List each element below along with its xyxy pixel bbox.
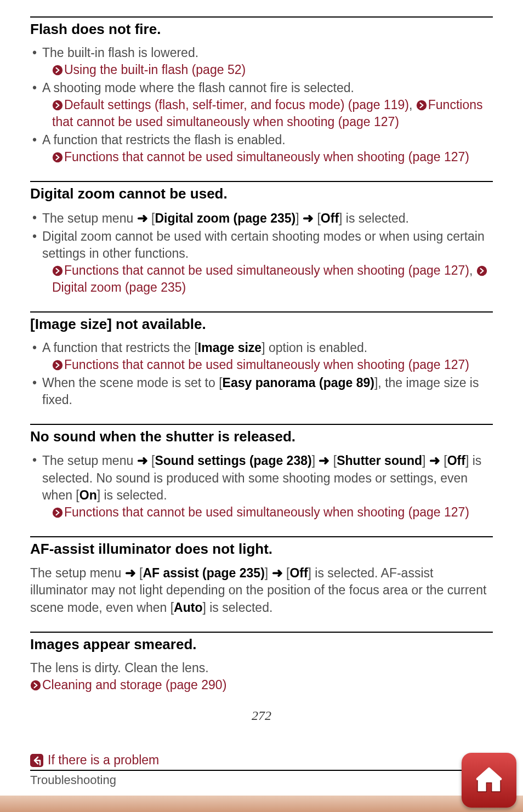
link-arrow-icon bbox=[52, 507, 63, 518]
menu-arrow-icon: ➜ bbox=[137, 211, 148, 225]
section-heading: Digital zoom cannot be used. bbox=[30, 184, 493, 203]
option-label: AF assist (page 235) bbox=[143, 566, 264, 580]
bracket: [ bbox=[440, 453, 447, 468]
sub-line: Functions that cannot be used simultaneo… bbox=[42, 262, 493, 296]
link-arrow-icon bbox=[52, 65, 63, 76]
bracket: [ bbox=[283, 566, 290, 580]
troubleshoot-section: No sound when the shutter is released.Th… bbox=[30, 424, 493, 521]
list-item: A shooting mode where the flash cannot f… bbox=[32, 80, 493, 130]
section-heading: Images appear smeared. bbox=[30, 635, 493, 654]
sub-line: Using the built-in flash (page 52) bbox=[42, 61, 493, 78]
cross-reference-link[interactable]: Digital zoom (page 235) bbox=[52, 280, 186, 294]
footer-color-bar bbox=[0, 796, 523, 812]
list-item: A function that restricts the flash is e… bbox=[32, 132, 493, 166]
body-text: , bbox=[409, 98, 416, 112]
footer-chapter-link[interactable]: If there is a problem bbox=[30, 752, 493, 769]
body-text: The setup menu bbox=[42, 453, 137, 468]
menu-arrow-icon: ➜ bbox=[272, 565, 283, 580]
sub-line: Functions that cannot be used simultaneo… bbox=[42, 149, 493, 166]
footer-divider bbox=[30, 770, 493, 771]
body-text: The setup menu bbox=[30, 566, 125, 580]
list-item: A function that restricts the [Image siz… bbox=[32, 339, 493, 373]
footer-section-text: Troubleshooting bbox=[30, 772, 493, 788]
body-text: The built-in flash is lowered. bbox=[42, 46, 198, 60]
option-label: Shutter sound bbox=[337, 453, 422, 468]
sub-line: Functions that cannot be used simultaneo… bbox=[42, 504, 493, 521]
link-arrow-icon bbox=[52, 265, 63, 276]
svg-point-4 bbox=[53, 266, 62, 276]
bracket: ] bbox=[422, 453, 429, 468]
option-label: Off bbox=[447, 453, 465, 468]
menu-arrow-icon: ➜ bbox=[137, 453, 148, 468]
svg-point-0 bbox=[53, 65, 62, 75]
option-label: Easy panorama (page 89) bbox=[223, 376, 374, 390]
option-label: Auto bbox=[174, 600, 202, 615]
section-paragraph: The setup menu ➜ [AF assist (page 235)] … bbox=[30, 564, 493, 616]
link-arrow-icon bbox=[52, 360, 63, 371]
bracket: ] bbox=[295, 211, 303, 225]
bracket: ] bbox=[265, 566, 272, 580]
body-text: ] is selected. bbox=[202, 600, 272, 615]
item-list: The built-in flash is lowered.Using the … bbox=[30, 44, 493, 166]
section-rule bbox=[30, 424, 493, 425]
body-text: When the scene mode is set to [ bbox=[42, 376, 223, 390]
item-list: The setup menu ➜ [Digital zoom (page 235… bbox=[30, 209, 493, 297]
body-text: ] option is enabled. bbox=[262, 340, 367, 355]
svg-point-8 bbox=[31, 680, 41, 690]
cross-reference-link[interactable]: Cleaning and storage (page 290) bbox=[42, 678, 226, 692]
section-heading: AF-assist illuminator does not light. bbox=[30, 540, 493, 559]
menu-arrow-icon: ➜ bbox=[319, 453, 329, 468]
bracket: [ bbox=[329, 453, 337, 468]
page-footer: If there is a problem Troubleshooting bbox=[0, 752, 523, 812]
list-item: The setup menu ➜ [Sound settings (page 2… bbox=[32, 452, 493, 521]
troubleshoot-section: Flash does not fire.The built-in flash i… bbox=[30, 16, 493, 166]
troubleshoot-section: [Image size] not available.A function th… bbox=[30, 311, 493, 408]
option-label: Sound settings (page 238) bbox=[155, 453, 311, 468]
body-text: , bbox=[469, 263, 476, 277]
cross-reference-link[interactable]: Default settings (flash, self-timer, and… bbox=[64, 98, 409, 112]
svg-point-6 bbox=[53, 360, 62, 370]
body-text: ] is selected. bbox=[97, 488, 167, 502]
body-text: A function that restricts the flash is e… bbox=[42, 133, 286, 147]
link-arrow-icon bbox=[52, 152, 63, 163]
home-button[interactable] bbox=[462, 753, 516, 808]
troubleshoot-section: AF-assist illuminator does not light.The… bbox=[30, 536, 493, 616]
back-icon bbox=[30, 754, 43, 767]
link-arrow-icon bbox=[52, 100, 63, 111]
svg-point-5 bbox=[477, 266, 487, 276]
troubleshoot-section: Images appear smeared.The lens is dirty.… bbox=[30, 632, 493, 694]
svg-point-3 bbox=[53, 152, 62, 162]
cross-reference-link[interactable]: Functions that cannot be used simultaneo… bbox=[64, 263, 469, 277]
body-text: is selected. bbox=[342, 211, 408, 225]
option-label: On bbox=[79, 488, 97, 502]
sub-line: Default settings (flash, self-timer, and… bbox=[42, 96, 493, 130]
item-list: A function that restricts the [Image siz… bbox=[30, 339, 493, 408]
option-label: Off bbox=[321, 211, 339, 225]
body-text: The setup menu bbox=[42, 211, 137, 225]
item-list: The setup menu ➜ [Sound settings (page 2… bbox=[30, 452, 493, 521]
bracket: [ bbox=[314, 211, 321, 225]
option-label: Image size bbox=[198, 340, 262, 355]
list-item: When the scene mode is set to [Easy pano… bbox=[32, 374, 493, 408]
section-heading: [Image size] not available. bbox=[30, 315, 493, 334]
section-rule bbox=[30, 311, 493, 313]
cross-reference-link[interactable]: Functions that cannot be used simultaneo… bbox=[64, 505, 469, 519]
body-text: Digital zoom cannot be used with certain… bbox=[42, 229, 485, 260]
section-rule bbox=[30, 632, 493, 633]
cross-reference-link[interactable]: Using the built-in flash (page 52) bbox=[64, 63, 246, 77]
option-label: Off bbox=[289, 566, 308, 580]
section-heading: Flash does not fire. bbox=[30, 20, 493, 39]
section-rule bbox=[30, 181, 493, 182]
section-rule bbox=[30, 536, 493, 537]
list-item: The setup menu ➜ [Digital zoom (page 235… bbox=[32, 209, 493, 227]
list-item: Digital zoom cannot be used with certain… bbox=[32, 228, 493, 296]
menu-arrow-icon: ➜ bbox=[303, 211, 314, 225]
body-text: A function that restricts the [ bbox=[42, 340, 198, 355]
menu-arrow-icon: ➜ bbox=[125, 565, 136, 580]
bracket: ] bbox=[312, 453, 319, 468]
link-arrow-icon bbox=[416, 100, 427, 111]
link-arrow-icon bbox=[30, 680, 41, 691]
home-icon bbox=[474, 765, 504, 796]
cross-reference-link[interactable]: Functions that cannot be used simultaneo… bbox=[64, 357, 469, 372]
cross-reference-link[interactable]: Functions that cannot be used simultaneo… bbox=[64, 150, 469, 164]
